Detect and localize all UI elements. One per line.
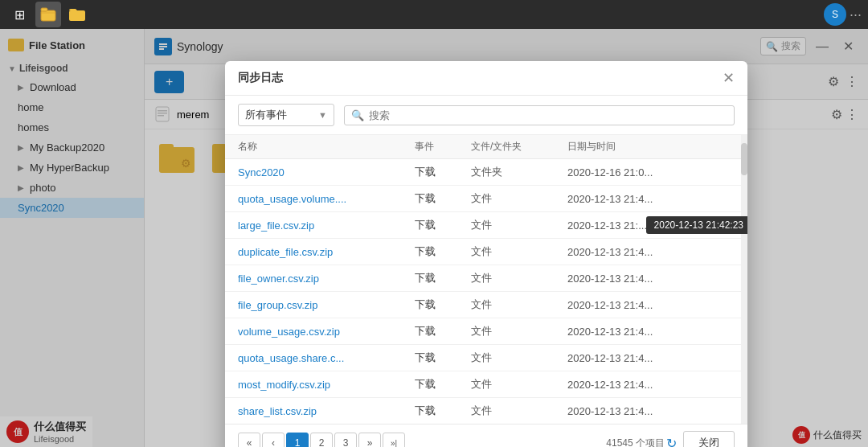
- cell-type: 文件: [471, 324, 567, 338]
- cell-date: 2020-12-13 21:4...: [567, 379, 715, 391]
- folder-app-icon[interactable]: [64, 2, 90, 27]
- page-1-button[interactable]: 1: [286, 433, 309, 447]
- scroll-thumb[interactable]: [741, 143, 747, 175]
- table-row[interactable]: file_owner.csv.zip 下载 文件 2020-12-13 21:4…: [225, 265, 747, 292]
- table-row[interactable]: quota_usage.share.c... 下载 文件 2020-12-13 …: [225, 345, 747, 371]
- cell-date: 2020-12-13 21:4...: [567, 326, 715, 338]
- cell-name: quota_usage.share.c...: [238, 352, 415, 364]
- filter-dropdown[interactable]: 所有事件 ▼: [238, 104, 334, 126]
- table-row[interactable]: quota_usage.volume.... 下载 文件 2020-12-13 …: [225, 186, 747, 212]
- total-count: 41545 个项目: [606, 437, 665, 448]
- cell-date: 2020-12-16 21:0...: [567, 166, 715, 178]
- table-row[interactable]: file_group.csv.zip 下载 文件 2020-12-13 21:4…: [225, 292, 747, 318]
- table-row[interactable]: duplicate_file.csv.zip 下载 文件 2020-12-13 …: [225, 239, 747, 265]
- refresh-button[interactable]: ↻: [666, 436, 677, 448]
- taskbar-more-icon[interactable]: ···: [850, 6, 862, 23]
- taskbar: ⊞ S ···: [0, 0, 868, 29]
- cell-date: 2020-12-13 21:4...: [567, 405, 715, 417]
- last-page-button[interactable]: »|: [383, 433, 405, 447]
- cell-name: duplicate_file.csv.zip: [238, 246, 415, 258]
- table-row[interactable]: most_modify.csv.zip 下载 文件 2020-12-13 21:…: [225, 371, 747, 398]
- cell-date: 2020-12-13 21:4...: [567, 299, 715, 311]
- cell-date: 2020-12-13 21:...: [567, 219, 715, 232]
- cell-event: 下载: [415, 351, 471, 365]
- svg-rect-0: [41, 10, 55, 21]
- cell-date: 2020-12-13 21:4...: [567, 246, 715, 258]
- cell-name: most_modify.csv.zip: [238, 379, 415, 391]
- main-area: File Station ▼ Lifeisgood ▶ Download hom…: [0, 29, 868, 447]
- taskbar-right-area: S ···: [824, 3, 862, 26]
- modal-footer: « ‹ 1 2 3 » »| 41545 个项目 ↻ 关闭: [225, 424, 747, 447]
- cell-date: 2020-12-13 21:4...: [567, 273, 715, 285]
- col-header-date: 日期与时间: [567, 140, 715, 154]
- modal-toolbar: 所有事件 ▼ 🔍: [225, 96, 747, 135]
- cell-type: 文件: [471, 244, 567, 259]
- cell-event: 下载: [415, 404, 471, 418]
- cell-name: file_owner.csv.zip: [238, 273, 415, 285]
- cell-name: share_list.csv.zip: [238, 405, 415, 417]
- chevron-down-icon: ▼: [318, 110, 327, 120]
- grid-app-icon[interactable]: ⊞: [6, 2, 32, 27]
- modal-search-input[interactable]: [369, 109, 727, 121]
- cell-event: 下载: [415, 297, 471, 312]
- synology-status-icon[interactable]: S: [824, 3, 846, 26]
- modal-table-wrapper: 名称 事件 文件/文件夹 日期与时间 Sync2020 下载 文件夹 2020-…: [225, 135, 747, 424]
- cell-type: 文件: [471, 218, 567, 232]
- col-header-type: 文件/文件夹: [471, 140, 567, 154]
- table-row[interactable]: share_list.csv.zip 下载 文件 2020-12-13 21:4…: [225, 398, 747, 424]
- cell-name: file_group.csv.zip: [238, 299, 415, 311]
- filter-label: 所有事件: [245, 108, 287, 122]
- file-station-app-icon[interactable]: [35, 2, 61, 27]
- modal-title: 同步日志: [238, 71, 283, 85]
- search-icon: 🔍: [351, 109, 364, 121]
- cell-date: 2020-12-13 21:4...: [567, 352, 715, 364]
- page-2-button[interactable]: 2: [310, 433, 333, 447]
- cell-event: 下载: [415, 191, 471, 206]
- cell-event: 下载: [415, 165, 471, 179]
- cell-type: 文件: [471, 351, 567, 365]
- modal-table-body: Sync2020 下载 文件夹 2020-12-16 21:0... quota…: [225, 159, 747, 424]
- cell-name: large_file.csv.zip: [238, 219, 415, 232]
- cell-type: 文件: [471, 271, 567, 285]
- cell-name: quota_usage.volume....: [238, 193, 415, 205]
- cell-event: 下载: [415, 271, 471, 285]
- cell-name: volume_usage.csv.zip: [238, 326, 415, 338]
- col-header-actions: [715, 140, 735, 154]
- modal-search-box[interactable]: 🔍: [344, 105, 735, 125]
- cell-type: 文件: [471, 404, 567, 418]
- first-page-button[interactable]: «: [238, 433, 260, 447]
- col-header-event: 事件: [415, 140, 471, 154]
- svg-rect-2: [69, 10, 85, 21]
- cell-date: 2020-12-13 21:4...: [567, 193, 715, 205]
- pagination: « ‹ 1 2 3 » »| 41545 个项目 ↻: [238, 433, 677, 447]
- cell-type: 文件: [471, 297, 567, 312]
- sync-log-modal: 同步日志 ✕ 所有事件 ▼ 🔍 名称 事件 文件/文件夹 日期与时间: [225, 61, 747, 447]
- modal-header: 同步日志 ✕: [225, 61, 747, 96]
- cell-type: 文件: [471, 191, 567, 206]
- page-3-button[interactable]: 3: [334, 433, 357, 447]
- close-modal-button[interactable]: 关闭: [683, 431, 735, 447]
- scroll-indicator: [741, 135, 747, 424]
- cell-event: 下载: [415, 377, 471, 392]
- cell-type: 文件: [471, 377, 567, 392]
- col-header-name: 名称: [238, 140, 415, 154]
- modal-close-button[interactable]: ✕: [723, 71, 735, 85]
- table-row[interactable]: large_file.csv.zip 下载 文件 2020-12-13 21:.…: [225, 212, 747, 239]
- table-row[interactable]: volume_usage.csv.zip 下载 文件 2020-12-13 21…: [225, 318, 747, 345]
- cell-event: 下载: [415, 218, 471, 232]
- cell-event: 下载: [415, 324, 471, 338]
- table-row[interactable]: Sync2020 下载 文件夹 2020-12-16 21:0...: [225, 159, 747, 186]
- next-page-button[interactable]: »: [358, 433, 381, 447]
- cell-type: 文件夹: [471, 165, 567, 179]
- cell-event: 下载: [415, 244, 471, 259]
- prev-page-button[interactable]: ‹: [262, 433, 285, 447]
- svg-rect-1: [41, 8, 47, 11]
- table-header: 名称 事件 文件/文件夹 日期与时间: [225, 135, 747, 159]
- cell-name: Sync2020: [238, 166, 415, 178]
